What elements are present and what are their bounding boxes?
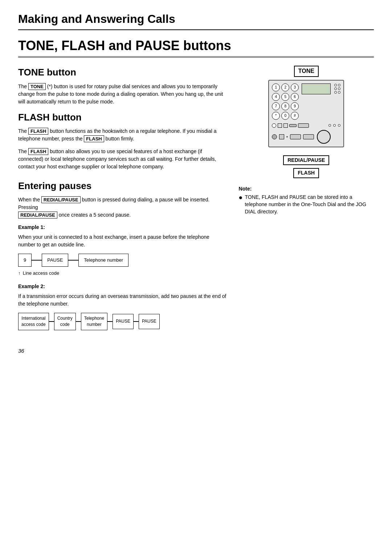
key-1: 1 (272, 83, 280, 91)
flash-button-section: FLASH button The FLASH button functions … (18, 111, 228, 171)
circle-btn-1 (272, 123, 276, 128)
keypad-row-3: 7 8 9 (272, 102, 299, 110)
indicator-dot-2 (338, 84, 340, 86)
entering-pauses-intro: When the REDIAL/PAUSE button is pressed … (18, 196, 228, 219)
middle-dot-1 (328, 124, 331, 127)
left-column: TONE button The TONE (*) button is used … (18, 66, 228, 332)
dot-row-3 (334, 91, 340, 94)
page-title: Making and Answering Calls (18, 11, 374, 30)
phone-display-screen (302, 83, 331, 94)
example2-description: If a transmission error occurs during an… (18, 292, 228, 308)
flow-box-tel-number-ex2: Telephonenumber (81, 313, 107, 330)
flash-the-text: The (18, 148, 27, 154)
middle-dot-2 (333, 124, 336, 127)
flow-box-pause-ex2-2: PAUSE (139, 314, 160, 329)
flow-line-1 (32, 260, 42, 261)
redial-pause-box-label: REDIAL/PAUSE (283, 155, 329, 165)
key-9: 9 (291, 102, 299, 110)
entering-pauses-section: Entering pauses When the REDIAL/PAUSE bu… (18, 179, 228, 330)
example1-description: When your unit is connected to a host ex… (18, 233, 228, 249)
note-section: Note: ● TONE, FLASH and PAUSE can be sto… (239, 185, 374, 215)
flow-line-ex2-1 (49, 321, 54, 322)
key-4: 4 (272, 93, 280, 101)
note-bullet-item: ● TONE, FLASH and PAUSE can be stored in… (239, 194, 374, 215)
intro-end-text: once creates a 5 second pause. (59, 212, 131, 218)
example2-flow-diagram: Internationalaccess code Countrycode Tel… (18, 313, 228, 330)
entering-pauses-title: Entering pauses (18, 179, 228, 192)
tone-button-description: The TONE (*) button is used for rotary p… (18, 83, 228, 106)
flow-box-telephone-number: Telephone number (78, 254, 128, 267)
flow-box-9: 9 (18, 254, 32, 267)
rect-btn-1 (278, 123, 282, 128)
flash-inline-label-2: FLASH (84, 135, 104, 142)
phone-top-area: 1 2 3 4 5 6 7 8 9 * (272, 83, 340, 121)
country-code-text: Countrycode (57, 315, 73, 328)
redial-pause-inline-2: REDIAL/PAUSE (18, 212, 57, 218)
hook-rect (279, 134, 284, 139)
tone-star-symbol: (*) (47, 83, 53, 89)
tone-label-above: TONE (294, 66, 319, 79)
down-arrow-icon: ↑ (18, 270, 21, 276)
main-layout: TONE button The TONE (*) button is used … (18, 66, 374, 332)
keypad-row-2: 4 5 6 (272, 93, 299, 101)
phone-bottom-area (272, 130, 340, 144)
flash-box-label: FLASH (293, 168, 319, 178)
flow-line-ex2-2 (76, 321, 81, 322)
flow-line-ex2-4 (134, 321, 139, 322)
tone-button-section: TONE button The TONE (*) button is used … (18, 66, 228, 105)
keypad-row-4: * 0 # (272, 112, 299, 120)
page-header: Making and Answering Calls (18, 11, 374, 30)
line-access-code-label: Line access code (23, 270, 59, 276)
tone-box-label: TONE (294, 66, 319, 77)
middle-dot-3 (338, 124, 340, 127)
indicator-dot-3 (334, 87, 337, 90)
right-column: TONE 1 2 3 4 5 6 (239, 66, 374, 332)
speaker-area (298, 123, 309, 128)
key-5: 5 (281, 93, 289, 101)
indicator-dot-1 (334, 84, 337, 86)
flash-desc-1b-text: button firmly. (106, 136, 134, 142)
flow-line-ex2-3 (107, 321, 113, 322)
hookswitch-btn (289, 124, 297, 127)
phone-right-dots (334, 84, 340, 94)
note-title: Note: (239, 185, 374, 193)
redial-pause-label-area: REDIAL/PAUSE (283, 152, 329, 165)
key-star: * (272, 112, 280, 120)
key-6: 6 (291, 93, 299, 101)
flow-line-2 (68, 260, 78, 261)
flash-inline-label-3: FLASH (28, 148, 48, 155)
tone-button-title: TONE button (18, 66, 228, 79)
example1-flow-diagram: 9 PAUSE Telephone number (18, 254, 228, 267)
bar-control (290, 134, 301, 139)
right-dots-middle (328, 124, 340, 127)
pause-text-ex2-1: PAUSE (116, 318, 130, 324)
tone-inline-label: TONE (28, 83, 46, 90)
bar-control-2 (303, 134, 314, 139)
bottom-left-controls (272, 134, 314, 139)
phone-display-area (302, 83, 340, 94)
rect-btn-2 (283, 123, 288, 128)
dot-row-1 (334, 84, 340, 86)
key-7: 7 (272, 102, 280, 110)
telephone-number-text-ex2: Telephonenumber (84, 315, 104, 328)
note-bullet-text: TONE, FLASH and PAUSE can be stored into… (245, 194, 374, 215)
key-8: 8 (281, 102, 289, 110)
small-dot (286, 136, 288, 138)
key-3: 3 (291, 83, 299, 91)
section-title: TONE, FLASH and PAUSE buttons (18, 37, 374, 58)
dot-row-2 (334, 87, 340, 90)
keypad: 1 2 3 4 5 6 7 8 9 * (272, 83, 299, 121)
redial-pause-inline-1: REDIAL/PAUSE (41, 196, 81, 203)
page-number: 36 (18, 347, 374, 355)
flow-box-country-code: Countrycode (54, 313, 76, 330)
flash-inline-label-1: FLASH (28, 128, 48, 135)
flow-box-intl-access: Internationalaccess code (18, 313, 49, 330)
pause-text-ex2-2: PAUSE (142, 318, 156, 324)
hook-circle (272, 134, 277, 139)
keypad-row-1: 1 2 3 (272, 83, 299, 91)
example2-title: Example 2: (18, 283, 228, 290)
indicator-dot-4 (338, 87, 340, 90)
key-0: 0 (281, 112, 289, 120)
phone-diagram: 1 2 3 4 5 6 7 8 9 * (268, 80, 344, 147)
example1-title: Example 1: (18, 224, 228, 231)
